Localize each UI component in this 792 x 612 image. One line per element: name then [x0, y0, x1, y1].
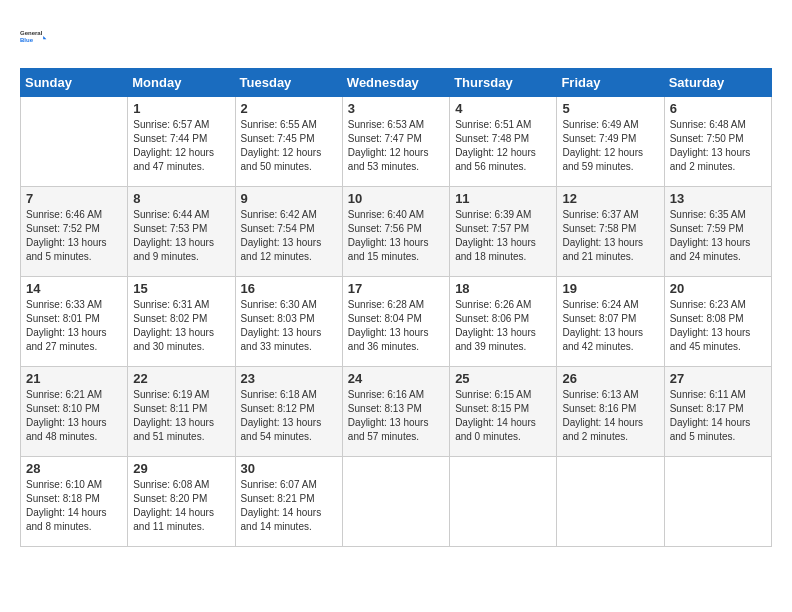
day-info: Sunrise: 6:26 AM Sunset: 8:06 PM Dayligh…: [455, 298, 551, 354]
day-number: 14: [26, 281, 122, 296]
calendar-cell: 5Sunrise: 6:49 AM Sunset: 7:49 PM Daylig…: [557, 97, 664, 187]
calendar-cell: 12Sunrise: 6:37 AM Sunset: 7:58 PM Dayli…: [557, 187, 664, 277]
calendar-cell: 9Sunrise: 6:42 AM Sunset: 7:54 PM Daylig…: [235, 187, 342, 277]
day-info: Sunrise: 6:08 AM Sunset: 8:20 PM Dayligh…: [133, 478, 229, 534]
day-number: 13: [670, 191, 766, 206]
weekday-header: Saturday: [664, 69, 771, 97]
day-info: Sunrise: 6:10 AM Sunset: 8:18 PM Dayligh…: [26, 478, 122, 534]
day-info: Sunrise: 6:13 AM Sunset: 8:16 PM Dayligh…: [562, 388, 658, 444]
page-header: GeneralBlue: [20, 20, 772, 52]
calendar-cell: 10Sunrise: 6:40 AM Sunset: 7:56 PM Dayli…: [342, 187, 449, 277]
calendar-cell: 4Sunrise: 6:51 AM Sunset: 7:48 PM Daylig…: [450, 97, 557, 187]
weekday-header: Thursday: [450, 69, 557, 97]
calendar-cell: 2Sunrise: 6:55 AM Sunset: 7:45 PM Daylig…: [235, 97, 342, 187]
day-info: Sunrise: 6:15 AM Sunset: 8:15 PM Dayligh…: [455, 388, 551, 444]
calendar-cell: 23Sunrise: 6:18 AM Sunset: 8:12 PM Dayli…: [235, 367, 342, 457]
day-info: Sunrise: 6:11 AM Sunset: 8:17 PM Dayligh…: [670, 388, 766, 444]
day-number: 30: [241, 461, 337, 476]
calendar-cell: [664, 457, 771, 547]
svg-text:General: General: [20, 30, 43, 36]
day-number: 3: [348, 101, 444, 116]
day-number: 18: [455, 281, 551, 296]
day-number: 11: [455, 191, 551, 206]
day-info: Sunrise: 6:30 AM Sunset: 8:03 PM Dayligh…: [241, 298, 337, 354]
day-number: 22: [133, 371, 229, 386]
day-number: 6: [670, 101, 766, 116]
calendar-cell: 7Sunrise: 6:46 AM Sunset: 7:52 PM Daylig…: [21, 187, 128, 277]
day-number: 28: [26, 461, 122, 476]
calendar-cell: 19Sunrise: 6:24 AM Sunset: 8:07 PM Dayli…: [557, 277, 664, 367]
logo: GeneralBlue: [20, 20, 52, 52]
calendar-cell: 26Sunrise: 6:13 AM Sunset: 8:16 PM Dayli…: [557, 367, 664, 457]
calendar-cell: 11Sunrise: 6:39 AM Sunset: 7:57 PM Dayli…: [450, 187, 557, 277]
day-number: 8: [133, 191, 229, 206]
calendar-cell: 28Sunrise: 6:10 AM Sunset: 8:18 PM Dayli…: [21, 457, 128, 547]
calendar-cell: 29Sunrise: 6:08 AM Sunset: 8:20 PM Dayli…: [128, 457, 235, 547]
day-number: 19: [562, 281, 658, 296]
day-number: 1: [133, 101, 229, 116]
day-info: Sunrise: 6:31 AM Sunset: 8:02 PM Dayligh…: [133, 298, 229, 354]
calendar-cell: 22Sunrise: 6:19 AM Sunset: 8:11 PM Dayli…: [128, 367, 235, 457]
day-number: 23: [241, 371, 337, 386]
day-info: Sunrise: 6:35 AM Sunset: 7:59 PM Dayligh…: [670, 208, 766, 264]
weekday-header: Friday: [557, 69, 664, 97]
calendar-cell: 17Sunrise: 6:28 AM Sunset: 8:04 PM Dayli…: [342, 277, 449, 367]
calendar-cell: 18Sunrise: 6:26 AM Sunset: 8:06 PM Dayli…: [450, 277, 557, 367]
day-number: 25: [455, 371, 551, 386]
day-number: 21: [26, 371, 122, 386]
calendar-cell: 1Sunrise: 6:57 AM Sunset: 7:44 PM Daylig…: [128, 97, 235, 187]
day-info: Sunrise: 6:07 AM Sunset: 8:21 PM Dayligh…: [241, 478, 337, 534]
calendar-cell: 24Sunrise: 6:16 AM Sunset: 8:13 PM Dayli…: [342, 367, 449, 457]
weekday-header: Wednesday: [342, 69, 449, 97]
calendar-cell: 21Sunrise: 6:21 AM Sunset: 8:10 PM Dayli…: [21, 367, 128, 457]
day-number: 27: [670, 371, 766, 386]
day-number: 29: [133, 461, 229, 476]
calendar-cell: 30Sunrise: 6:07 AM Sunset: 8:21 PM Dayli…: [235, 457, 342, 547]
day-number: 5: [562, 101, 658, 116]
day-info: Sunrise: 6:57 AM Sunset: 7:44 PM Dayligh…: [133, 118, 229, 174]
day-number: 12: [562, 191, 658, 206]
day-info: Sunrise: 6:48 AM Sunset: 7:50 PM Dayligh…: [670, 118, 766, 174]
svg-marker-2: [43, 36, 46, 39]
day-info: Sunrise: 6:16 AM Sunset: 8:13 PM Dayligh…: [348, 388, 444, 444]
calendar-cell: 6Sunrise: 6:48 AM Sunset: 7:50 PM Daylig…: [664, 97, 771, 187]
svg-text:Blue: Blue: [20, 37, 34, 43]
day-number: 15: [133, 281, 229, 296]
day-number: 2: [241, 101, 337, 116]
day-info: Sunrise: 6:55 AM Sunset: 7:45 PM Dayligh…: [241, 118, 337, 174]
calendar-cell: 25Sunrise: 6:15 AM Sunset: 8:15 PM Dayli…: [450, 367, 557, 457]
calendar-cell: [450, 457, 557, 547]
calendar-cell: [342, 457, 449, 547]
day-info: Sunrise: 6:46 AM Sunset: 7:52 PM Dayligh…: [26, 208, 122, 264]
day-number: 26: [562, 371, 658, 386]
calendar-cell: 20Sunrise: 6:23 AM Sunset: 8:08 PM Dayli…: [664, 277, 771, 367]
day-info: Sunrise: 6:51 AM Sunset: 7:48 PM Dayligh…: [455, 118, 551, 174]
day-info: Sunrise: 6:19 AM Sunset: 8:11 PM Dayligh…: [133, 388, 229, 444]
day-info: Sunrise: 6:39 AM Sunset: 7:57 PM Dayligh…: [455, 208, 551, 264]
day-number: 24: [348, 371, 444, 386]
calendar-cell: 16Sunrise: 6:30 AM Sunset: 8:03 PM Dayli…: [235, 277, 342, 367]
calendar-header: SundayMondayTuesdayWednesdayThursdayFrid…: [21, 69, 772, 97]
calendar-cell: 15Sunrise: 6:31 AM Sunset: 8:02 PM Dayli…: [128, 277, 235, 367]
day-info: Sunrise: 6:53 AM Sunset: 7:47 PM Dayligh…: [348, 118, 444, 174]
weekday-header: Monday: [128, 69, 235, 97]
day-number: 16: [241, 281, 337, 296]
day-info: Sunrise: 6:37 AM Sunset: 7:58 PM Dayligh…: [562, 208, 658, 264]
day-info: Sunrise: 6:49 AM Sunset: 7:49 PM Dayligh…: [562, 118, 658, 174]
calendar-cell: 3Sunrise: 6:53 AM Sunset: 7:47 PM Daylig…: [342, 97, 449, 187]
day-info: Sunrise: 6:23 AM Sunset: 8:08 PM Dayligh…: [670, 298, 766, 354]
day-number: 17: [348, 281, 444, 296]
weekday-header: Tuesday: [235, 69, 342, 97]
calendar-cell: [21, 97, 128, 187]
day-info: Sunrise: 6:40 AM Sunset: 7:56 PM Dayligh…: [348, 208, 444, 264]
day-info: Sunrise: 6:33 AM Sunset: 8:01 PM Dayligh…: [26, 298, 122, 354]
day-number: 9: [241, 191, 337, 206]
logo-icon: GeneralBlue: [20, 20, 52, 52]
day-info: Sunrise: 6:21 AM Sunset: 8:10 PM Dayligh…: [26, 388, 122, 444]
calendar-cell: 14Sunrise: 6:33 AM Sunset: 8:01 PM Dayli…: [21, 277, 128, 367]
day-info: Sunrise: 6:42 AM Sunset: 7:54 PM Dayligh…: [241, 208, 337, 264]
calendar-cell: [557, 457, 664, 547]
calendar-cell: 8Sunrise: 6:44 AM Sunset: 7:53 PM Daylig…: [128, 187, 235, 277]
day-info: Sunrise: 6:18 AM Sunset: 8:12 PM Dayligh…: [241, 388, 337, 444]
calendar-cell: 27Sunrise: 6:11 AM Sunset: 8:17 PM Dayli…: [664, 367, 771, 457]
